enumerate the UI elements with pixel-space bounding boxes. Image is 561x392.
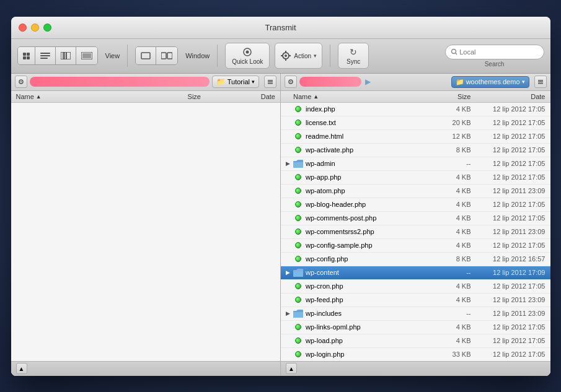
- status-dot: [295, 283, 301, 289]
- table-row[interactable]: index.php4 KB12 lip 2012 17:05: [281, 103, 550, 116]
- view-grid-button[interactable]: [18, 47, 35, 64]
- folder-icon: 📁: [216, 77, 226, 86]
- file-name: wp-config-sample.php: [306, 242, 437, 249]
- left-folder-badge[interactable]: 📁 Tutorial ▾: [212, 76, 259, 88]
- file-date: 12 lip 2012 17:05: [471, 214, 546, 222]
- window-dual-button[interactable]: [156, 47, 177, 64]
- table-row[interactable]: wp-links-opml.php4 KB12 lip 2012 17:05: [281, 321, 550, 334]
- table-row[interactable]: wp-app.php4 KB12 lip 2012 17:05: [281, 171, 550, 185]
- search-box[interactable]: [445, 45, 544, 59]
- view-cover-button[interactable]: [76, 47, 97, 64]
- action-small-icon: [267, 79, 273, 85]
- file-icon: [293, 227, 303, 237]
- file-icon: [293, 295, 303, 305]
- left-pane: 📁 Tutorial ▾ Name ▲ Siz: [11, 74, 281, 376]
- svg-rect-22: [268, 83, 273, 84]
- expand-arrow-icon: ▶: [286, 269, 293, 276]
- status-dot: [295, 106, 301, 112]
- action-label: Action: [294, 53, 311, 59]
- sort-arrow-icon: ▲: [36, 94, 42, 100]
- view-column-button[interactable]: [56, 47, 76, 64]
- table-row[interactable]: wp-config-sample.php4 KB12 lip 2012 17:0…: [281, 239, 550, 253]
- file-size: 4 KB: [437, 228, 471, 235]
- quick-look-button[interactable]: Quick Look: [225, 43, 270, 69]
- right-folder-badge[interactable]: 📁 woothemes.demo ▾: [451, 76, 529, 88]
- svg-rect-21: [268, 82, 273, 83]
- file-name: wp-atom.php: [306, 187, 437, 194]
- table-row[interactable]: license.txt20 KB12 lip 2012 17:05: [281, 116, 550, 130]
- left-file-list: [11, 103, 281, 361]
- svg-rect-27: [538, 83, 543, 84]
- table-row[interactable]: wp-feed.php4 KB12 lip 2011 23:09: [281, 294, 550, 307]
- view-list-button[interactable]: [35, 47, 56, 64]
- svg-rect-6: [161, 53, 166, 59]
- maximize-button[interactable]: [43, 24, 51, 32]
- right-statusbar: ▲: [281, 361, 550, 376]
- left-pane-add-button[interactable]: [15, 76, 27, 88]
- left-pane-action-button[interactable]: [264, 76, 276, 88]
- file-name: wp-content: [306, 269, 437, 276]
- svg-point-24: [290, 81, 291, 82]
- table-row[interactable]: readme.html12 KB12 lip 2012 17:05: [281, 130, 550, 144]
- right-folder-icon: 📁: [456, 78, 464, 86]
- table-row[interactable]: wp-login.php33 KB12 lip 2012 17:05: [281, 348, 550, 361]
- file-name: wp-blog-header.php: [306, 201, 437, 208]
- table-row[interactable]: wp-cron.php4 KB12 lip 2012 17:05: [281, 280, 550, 294]
- close-button[interactable]: [19, 24, 27, 32]
- sync-label: Sync: [347, 58, 360, 65]
- table-row[interactable]: wp-activate.php8 KB12 lip 2012 17:05: [281, 144, 550, 157]
- status-dot: [295, 133, 301, 139]
- table-row[interactable]: ▶wp-includes--12 lip 2011 23:09: [281, 307, 550, 321]
- file-icon: [293, 240, 303, 250]
- file-icon: [293, 104, 303, 114]
- table-row[interactable]: wp-comments-post.php4 KB12 lip 2012 17:0…: [281, 212, 550, 225]
- window-buttons-group: [135, 46, 178, 65]
- search-label: Search: [485, 61, 505, 68]
- right-size-col-label: Size: [437, 93, 471, 100]
- file-date: 12 lip 2011 23:09: [471, 228, 546, 235]
- status-dot: [295, 297, 301, 303]
- file-size: 4 KB: [437, 282, 471, 290]
- file-icon: [293, 131, 303, 141]
- file-date: 12 lip 2012 17:05: [471, 282, 546, 290]
- file-date: 12 lip 2012 17:05: [471, 160, 546, 167]
- right-status-up-button[interactable]: ▲: [286, 363, 297, 374]
- action-button[interactable]: Action ▾: [275, 43, 322, 69]
- file-size: 4 KB: [437, 323, 471, 331]
- window-single-button[interactable]: [136, 47, 156, 64]
- left-status-up-button[interactable]: ▲: [16, 363, 27, 374]
- table-row[interactable]: wp-load.php4 KB12 lip 2012 17:05: [281, 334, 550, 348]
- file-name: wp-load.php: [306, 337, 437, 344]
- file-name: wp-login.php: [306, 351, 437, 358]
- table-row[interactable]: wp-blog-header.php4 KB12 lip 2012 17:05: [281, 198, 550, 212]
- file-icon: [293, 349, 303, 359]
- table-row[interactable]: ▶wp-admin--12 lip 2012 17:05: [281, 157, 550, 171]
- file-date: 12 lip 2012 17:05: [471, 146, 546, 154]
- file-size: --: [437, 310, 471, 317]
- table-row[interactable]: ▶wp-content--12 lip 2012 17:09: [281, 266, 550, 280]
- window-controls: [19, 24, 51, 32]
- date-col-label: Date: [201, 93, 275, 100]
- window-title: Transmit: [265, 23, 296, 32]
- left-column-header: Name ▲ Size Date: [11, 91, 281, 103]
- file-name: wp-cron.php: [306, 282, 437, 290]
- sync-button[interactable]: ↻ Sync: [338, 43, 369, 69]
- right-breadcrumb-nav: ▶: [299, 77, 449, 87]
- file-icon: [293, 186, 303, 196]
- size-col-label: Size: [167, 93, 201, 100]
- status-dot: [295, 351, 301, 357]
- table-row[interactable]: wp-atom.php4 KB12 lip 2011 23:09: [281, 185, 550, 198]
- quick-look-label: Quick Look: [232, 58, 263, 65]
- status-dot: [295, 242, 301, 248]
- toolbar-sep2: [217, 45, 218, 67]
- svg-rect-26: [538, 82, 543, 83]
- action-gear-icon: [280, 50, 291, 61]
- right-pane-add-button[interactable]: [285, 76, 297, 88]
- search-input[interactable]: [459, 48, 538, 56]
- minimize-button[interactable]: [31, 24, 39, 32]
- file-size: 4 KB: [437, 173, 471, 181]
- action-small-icon2: [537, 79, 544, 85]
- table-row[interactable]: wp-commentsrss2.php4 KB12 lip 2011 23:09: [281, 225, 550, 239]
- right-pane-action-button[interactable]: [534, 76, 547, 88]
- table-row[interactable]: wp-config.php8 KB12 lip 2012 16:57: [281, 253, 550, 266]
